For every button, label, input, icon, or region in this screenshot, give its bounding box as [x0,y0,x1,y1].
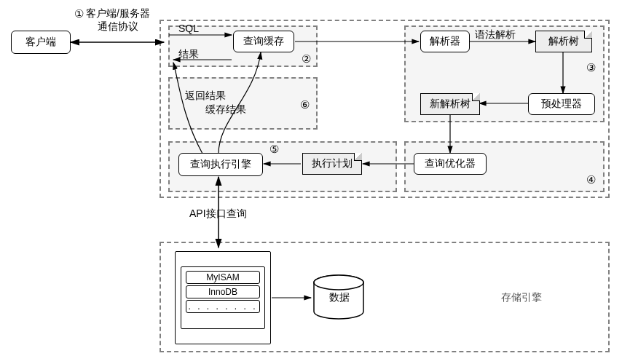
arrows-layer [0,0,622,364]
client-label: 客户端 [25,36,56,49]
diagram-root: 客户端 客户端/服务器 通信协议 ① SQL 结果 查询缓存 ② 解析器 语法解… [0,0,622,364]
query-cache-label: 查询缓存 [243,35,284,48]
client-node: 客户端 [11,31,71,54]
optimizer-label: 查询优化器 [425,157,476,170]
data-db-label: 数据 [329,291,350,304]
exec-plan-label: 执行计划 [312,157,353,170]
cache-result-label: 缓存结果 [205,103,246,116]
new-parse-tree-label: 新解析树 [430,98,471,111]
query-cache-node: 查询缓存 [233,31,294,52]
parser-label: 解析器 [430,35,460,48]
parse-tree-node: 解析树 [535,31,592,52]
api-label: API接口查询 [189,207,247,221]
parser-node: 解析器 [420,31,470,52]
new-parse-tree-node: 新解析树 [420,93,480,115]
engines-inner: MyISAM InnoDB . . . . . . . . [181,266,265,329]
exec-engine-node: 查询执行引擎 [178,153,263,176]
syntax-parse-label: 语法解析 [475,28,516,41]
mark-3: ③ [586,61,596,74]
engine-dots: . . . . . . . . [186,300,260,313]
exec-engine-label: 查询执行引擎 [190,158,251,171]
exec-plan-node: 执行计划 [302,153,362,175]
svg-point-13 [314,275,363,290]
sql-label: SQL [178,23,199,34]
storage-engine-label: 存储引擎 [501,291,542,304]
mark-1: ① [74,7,84,20]
mark-6: ⑥ [300,98,310,111]
mark-2: ② [302,52,311,66]
protocol-label-1: 客户端/服务器 [86,7,150,20]
engine-innodb: InnoDB [186,285,260,298]
optimizer-node: 查询优化器 [414,153,487,175]
mark-4: ④ [586,173,596,186]
protocol-label-2: 通信协议 [98,20,138,33]
preprocessor-node: 预处理器 [528,93,595,115]
parse-tree-label: 解析树 [548,35,579,48]
return-result-label: 返回结果 [185,90,226,103]
result-label: 结果 [178,48,199,61]
mark-5: ⑤ [269,143,279,156]
preprocessor-label: 预处理器 [541,98,582,111]
engine-myisam: MyISAM [186,271,260,284]
